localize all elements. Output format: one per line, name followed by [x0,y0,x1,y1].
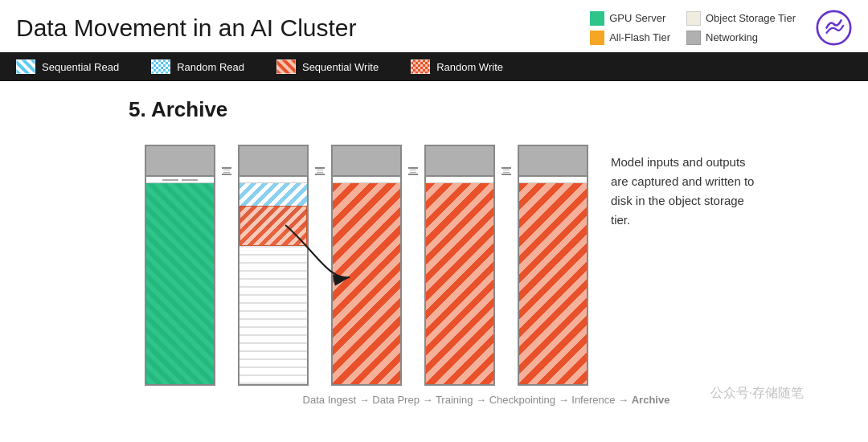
breadcrumb-item-training: Training [436,394,473,406]
svg-rect-23 [146,183,214,384]
logo-icon [816,10,852,46]
breadcrumb-item-checkpointing: Checkpointing [489,394,555,406]
legend-item-object: Object Storage Tier [686,11,796,26]
legend-item-flash: All-Flash Tier [590,31,670,45]
breadcrumb-item-prep: Data Prep [372,394,420,406]
legend-color-flash [590,31,604,45]
svg-rect-9 [151,59,170,74]
breadcrumb-item-ingest: Data Ingest [303,394,357,406]
toolbar-sequential-write: Sequential Write [276,59,379,74]
watermark: 公众号·存储随笔 [710,385,804,402]
breadcrumb-sep-5: → [618,394,632,406]
green-pattern-svg [146,183,214,384]
breadcrumb-sep-2: → [423,394,436,406]
breadcrumb-sep-4: → [559,394,572,406]
legend-item-gpu: GPU Server [590,11,670,26]
page-title: Data Movement in an AI Cluster [16,14,357,42]
breadcrumb-item-archive: Archive [632,394,670,406]
section-title: 5. Archive [129,97,844,122]
toolbar-random-read: Random Read [151,59,244,74]
rand-read-icon [151,59,170,74]
legend-label-networking: Networking [706,31,758,43]
toolbar-seq-write-label: Sequential Write [302,61,379,73]
legend-color-networking [686,31,701,45]
toolbar-seq-read-label: Sequential Read [42,61,119,73]
toolbar-sequential-read: Sequential Read [16,59,119,74]
breadcrumb-sep-1: → [359,394,373,406]
seq-read-icon [16,59,35,74]
column-2-flash [238,145,309,386]
toolbar-rand-read-label: Random Read [177,61,244,73]
main-content: 5. Archive [0,81,868,414]
legend-item-networking: Networking [686,31,796,45]
breadcrumb-sep-3: → [476,394,489,406]
column-4-object [424,145,495,386]
column-1-gpu [145,145,215,386]
legend: GPU Server All-Flash Tier Object Storage… [590,11,796,45]
svg-rect-13 [276,59,296,74]
description-text: Model inputs and outputs are captured an… [595,137,755,230]
toolbar-random-write: Random Write [411,59,503,74]
legend-label-gpu: GPU Server [609,12,665,24]
rand-write-icon [411,59,430,74]
svg-rect-2 [16,59,35,74]
seq-write-icon [276,59,296,74]
legend-label-flash: All-Flash Tier [609,31,670,43]
diagram-area: Model inputs and outputs are captured an… [24,137,844,386]
column-5-object [518,145,588,386]
toolbar-rand-write-label: Random Write [436,61,503,73]
legend-color-gpu [590,11,604,26]
breadcrumb-item-inference: Inference [571,394,615,406]
column-3-object [331,145,402,386]
svg-rect-18 [411,59,430,74]
header: Data Movement in an AI Cluster GPU Serve… [0,0,868,52]
legend-color-object [686,11,701,26]
legend-label-object: Object Storage Tier [706,12,796,24]
toolbar: Sequential Read Random Read [0,52,868,81]
